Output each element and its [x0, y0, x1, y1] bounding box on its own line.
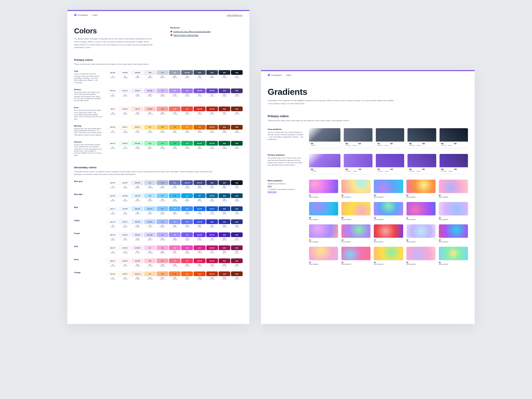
mesh-card[interactable]: 25 Mesh gradient — [407, 247, 436, 265]
color-swatch[interactable]: 1.64 400 #FDB022 — [169, 125, 181, 136]
color-swatch[interactable]: AA 6.17 50 #EEF4FF — [119, 219, 131, 228]
color-swatch[interactable]: AA 4.84 25 #FCFCFD — [107, 70, 118, 83]
color-swatch[interactable]: 3.36 500 #12B76A — [181, 141, 193, 157]
color-swatch[interactable]: 1.76 400 #8098F9 — [169, 219, 181, 228]
color-swatch[interactable]: 1.84 300 #FEB273 — [157, 271, 168, 280]
color-swatch[interactable]: AAA 800 #9E165F — [219, 245, 230, 254]
mesh-card[interactable]: 18 Mesh gradient — [407, 224, 436, 243]
color-swatch[interactable]: 1.61 400 #FD6F8E — [169, 258, 181, 267]
gradient-card[interactable]: 800#475467 45deg600 — [440, 128, 468, 148]
color-swatch[interactable]: 1.48 400 #B692F6 — [169, 88, 181, 102]
color-swatch[interactable]: 4.21 200 #FDDCAB — [144, 271, 156, 280]
color-swatch[interactable]: AA 4.75 100 #FEF0C7 — [131, 125, 143, 136]
color-swatch[interactable]: 1.75 400 #F97066 — [169, 107, 181, 120]
color-swatch[interactable]: AAA 800 #05603A — [219, 141, 230, 157]
color-swatch[interactable]: 2.85 500 #FB6514 — [181, 271, 193, 280]
color-swatch[interactable]: 1.84 300 #FAA7E0 — [157, 245, 168, 254]
color-swatch[interactable]: AA 4.93 200 #E9D7FE — [144, 88, 156, 102]
color-swatch[interactable]: AAA 800 #1849A9 — [219, 206, 230, 215]
color-swatch[interactable]: 1.95 300 #FDA29B — [157, 107, 168, 120]
color-swatch[interactable]: AA 4.84 100 #FCE7F6 — [131, 245, 143, 254]
color-swatch[interactable]: AA 6.09 100 #E0EAFF — [131, 219, 143, 228]
color-swatch[interactable]: AAA 900 #7A2E0E — [231, 125, 243, 136]
color-swatch[interactable]: AA 4.81 600 #039855 — [194, 141, 205, 157]
gradient-card[interactable]: 600#475467 — [309, 128, 340, 148]
color-swatch[interactable]: AA 4.76 600 #E31B54 — [194, 258, 205, 267]
color-swatch[interactable]: AA 5.74 100 #F4EBFF — [131, 88, 143, 102]
mesh-card[interactable]: 12 Mesh gradient — [439, 202, 468, 220]
color-swatch[interactable]: AAA 800 #53389E — [219, 88, 230, 102]
color-swatch[interactable]: 1.62 400 #FD853A — [169, 271, 181, 280]
gradient-card[interactable]: 700#344054 45deg600 — [376, 128, 405, 148]
mesh-card[interactable]: 01 Mesh gradient — [309, 180, 338, 198]
color-swatch[interactable]: AA 5.69 25 #FFFAF5 — [107, 271, 118, 280]
color-swatch[interactable]: 2.97 500 #F79009 — [181, 125, 193, 136]
color-swatch[interactable]: AA 6.48 100 #EBE9FE — [131, 232, 143, 241]
color-swatch[interactable]: 4.11 200 #FCCEEE — [144, 245, 156, 254]
color-swatch[interactable]: 4.17 300 #84CAFF — [157, 206, 168, 215]
color-swatch[interactable]: AA 4.18 500 #4E5BA6 — [181, 180, 193, 189]
color-swatch[interactable]: 1.84 300 #AFB5D9 — [157, 180, 168, 189]
gradient-card[interactable]: 800#53389E 45deg600 — [408, 154, 436, 174]
gradient-card[interactable]: 800#7F56D9 45deg600 — [440, 154, 468, 174]
color-swatch[interactable]: 4.43 600 #DD2590 — [194, 245, 205, 254]
color-swatch[interactable]: AAA 900 #101828 — [231, 70, 243, 83]
color-swatch[interactable]: AA 5.97 700 #175CD3 — [206, 206, 218, 215]
mesh-card[interactable]: 24 Mesh gradient — [374, 247, 403, 265]
color-swatch[interactable]: 1.19 300 #D0D5DD — [157, 70, 168, 83]
mesh-card[interactable]: 04 Mesh gradient — [407, 180, 436, 198]
color-swatch[interactable]: AA 5.29 100 #EAECF5 — [131, 180, 143, 189]
color-swatch[interactable]: AA 5.48 700 #027A48 — [206, 141, 218, 157]
color-swatch[interactable]: AA 5.47 25 #FDFAF8 — [107, 245, 118, 254]
color-swatch[interactable]: AAA 900 #42307D — [231, 88, 243, 102]
color-swatch[interactable]: AAA 600 #475467 — [194, 70, 205, 83]
color-swatch[interactable]: 1.67 300 #FEA3B4 — [157, 258, 168, 267]
color-swatch[interactable]: 2.41 400 #717BBC — [169, 180, 181, 189]
color-swatch[interactable]: AAA 800 #065986 — [219, 193, 230, 202]
mesh-card[interactable]: 19 Mesh gradient — [439, 224, 468, 243]
color-swatch[interactable]: 2.58 400 #98A2B3 — [169, 70, 181, 83]
color-swatch[interactable]: 1.84 300 #FEC84B — [157, 125, 168, 136]
color-swatch[interactable]: AA 4.95 500 #667085 — [181, 70, 193, 83]
color-swatch[interactable]: AA 5.17 50 #FFFAEB — [119, 125, 131, 136]
gradient-card[interactable]: 600#475467 90deg500 — [344, 128, 372, 148]
color-swatch[interactable]: AA 6.55 50 #F4F3FF — [119, 232, 131, 241]
resource-link-text[interactable]: Create color, text, effect and layout gr… — [174, 30, 211, 32]
mesh-card[interactable]: 03 Mesh gradient — [374, 180, 403, 198]
color-swatch[interactable]: AA 4.49 100 #F2F4F7 — [131, 70, 143, 83]
gradient-card[interactable]: 700#6941C6 45deg600 — [376, 154, 405, 174]
mesh-card[interactable]: 08 Mesh gradient — [309, 202, 338, 220]
color-swatch[interactable]: AA 6.06 50 #FEF3F2 — [119, 107, 131, 120]
color-swatch[interactable]: 4.15 200 #FEDF89 — [144, 125, 156, 136]
mesh-card[interactable]: 09 Mesh gradient — [341, 202, 370, 220]
color-swatch[interactable]: 3.53 500 #2E90FA — [181, 206, 193, 215]
site-link[interactable]: www.untitledui.com — [227, 14, 243, 16]
color-swatch[interactable]: AA 6.07 25 #FCFCFD — [107, 180, 118, 189]
gradient-card[interactable]: 600#7F56D9 90deg500 — [344, 154, 372, 174]
color-swatch[interactable]: AA 6.16 50 #F9F5FF — [119, 88, 131, 102]
color-swatch[interactable]: AA 5.09 600 #6938EF — [194, 232, 205, 241]
color-swatch[interactable]: AAA 800 #93370D — [219, 125, 230, 136]
mesh-card[interactable]: 23 Mesh gradient — [341, 247, 370, 265]
mesh-card[interactable]: 10 Mesh gradient — [374, 202, 403, 220]
color-swatch[interactable]: AA 4.72 100 #FFEAD5 — [131, 271, 143, 280]
color-swatch[interactable]: 1.74 400 #32D583 — [169, 141, 181, 157]
color-swatch[interactable]: AA 5.48 50 #F0F9FF — [119, 193, 131, 202]
color-swatch[interactable]: AA 4.78 200 #B2DDFF — [144, 206, 156, 215]
color-swatch[interactable]: AA 6.60 700 #B42318 — [206, 107, 218, 120]
color-swatch[interactable]: 1.70 300 #A4BCFD — [157, 219, 168, 228]
color-swatch[interactable]: AA 6.18 25 #F5F8FF — [107, 219, 118, 228]
resource-link-text[interactable]: Figma Tutorial: Creating Styles — [174, 34, 199, 36]
color-swatch[interactable]: AA 5.91 50 #ECFDF3 — [119, 141, 131, 157]
color-swatch[interactable]: AA 5.78 600 #444CE7 — [194, 219, 205, 228]
color-swatch[interactable]: 4.16 600 #DC6803 — [194, 125, 205, 136]
crumb-root[interactable]: Foundations — [271, 74, 281, 76]
mesh-tool-link[interactable]: Mesh — [268, 185, 272, 187]
color-swatch[interactable]: AAA 900 #0B4A6F — [231, 193, 243, 202]
color-swatch[interactable]: 1.70 300 #D6BBFB — [157, 88, 168, 102]
color-swatch[interactable]: AA 4.48 100 #FFE4E8 — [131, 258, 143, 267]
color-swatch[interactable]: AAA 900 #194185 — [231, 206, 243, 215]
mesh-card[interactable]: 26 Mesh gradient — [439, 247, 468, 265]
mesh-card[interactable]: 05 Mesh gradient — [439, 180, 468, 198]
gradient-card[interactable]: 600#7F56D9 — [309, 154, 340, 174]
